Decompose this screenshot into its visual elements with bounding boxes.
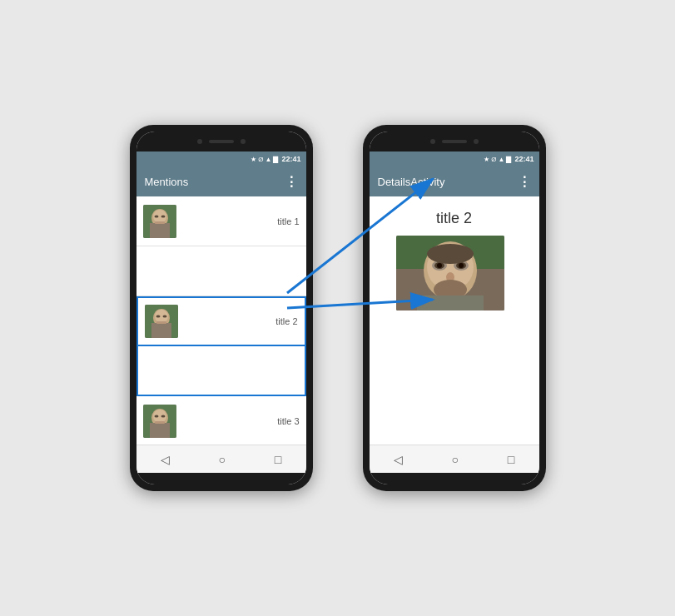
empty-space-1	[136, 246, 306, 296]
signal-icon: Ø	[258, 156, 263, 163]
svg-point-4	[154, 215, 158, 217]
wifi-icon: ▲	[266, 156, 272, 163]
item-title-2: title 2	[275, 316, 297, 326]
phone-mentions: ★ Ø ▲ ▇ 22:41 Mentions ⋮	[130, 125, 313, 491]
detail-image	[396, 236, 504, 310]
svg-point-30	[437, 263, 442, 268]
back-button-1[interactable]: ◁	[161, 453, 170, 466]
status-bar-2: ★ Ø ▲ ▇ 22:41	[370, 152, 539, 166]
bluetooth-icon-2: ★	[484, 156, 489, 163]
svg-point-31	[459, 263, 464, 268]
selected-empty-space	[136, 346, 306, 396]
speaker-2	[442, 140, 467, 143]
thumbnail-3	[143, 405, 176, 438]
bottom-nav-2: ◁ ○ □	[370, 445, 539, 473]
speaker	[209, 140, 234, 143]
thumbnail-1	[143, 205, 176, 238]
list-item-3[interactable]: title 3	[136, 396, 306, 445]
recent-button-2[interactable]: □	[508, 453, 514, 466]
wifi-icon-2: ▲	[499, 156, 505, 163]
arrows-overlay	[0, 0, 675, 616]
recent-button-1[interactable]: □	[275, 453, 281, 466]
svg-point-5	[161, 215, 165, 217]
status-bar-1: ★ Ø ▲ ▇ 22:41	[136, 152, 306, 166]
thumbnail-2	[145, 305, 178, 338]
menu-icon-2[interactable]: ⋮	[518, 174, 531, 190]
scene: ★ Ø ▲ ▇ 22:41 Mentions ⋮	[0, 0, 675, 616]
list-content: title 1	[136, 196, 306, 445]
status-time-1: 22:41	[281, 155, 300, 163]
signal-icon-2: Ø	[491, 156, 496, 163]
camera-dot-2	[241, 139, 246, 144]
detail-title: title 2	[380, 210, 529, 227]
svg-rect-20	[155, 421, 165, 424]
phone-details: ★ Ø ▲ ▇ 22:41 DetailsActivity ⋮ title 2	[363, 125, 546, 491]
camera-dot	[197, 139, 202, 144]
status-time-2: 22:41	[514, 155, 534, 163]
phone-bottom-bar-2	[370, 473, 539, 484]
app-title-2: DetailsActivity	[378, 176, 445, 188]
status-icons-2: ★ Ø ▲ ▇ 22:41	[484, 155, 534, 163]
app-title-1: Mentions	[145, 176, 189, 188]
item-title-3: title 3	[277, 416, 299, 426]
svg-rect-10	[151, 323, 171, 338]
list-item-2[interactable]: title 2	[136, 296, 306, 346]
svg-point-12	[162, 315, 166, 318]
home-button-2[interactable]: ○	[452, 453, 459, 466]
svg-point-18	[154, 415, 158, 417]
svg-rect-3	[150, 223, 170, 238]
svg-rect-6	[155, 221, 165, 224]
status-icons-1: ★ Ø ▲ ▇ 22:41	[251, 155, 300, 163]
phone-top-bar	[136, 132, 306, 152]
bluetooth-icon: ★	[251, 156, 256, 163]
svg-rect-13	[156, 321, 166, 324]
home-button-1[interactable]: ○	[219, 453, 226, 466]
svg-point-36	[427, 244, 474, 264]
phone-top-bar-2	[370, 132, 539, 152]
details-content: title 2	[370, 196, 539, 445]
svg-rect-17	[150, 423, 170, 438]
svg-rect-35	[417, 296, 484, 310]
camera-dot-3	[430, 139, 435, 144]
battery-icon-2: ▇	[506, 156, 511, 163]
svg-point-11	[156, 315, 160, 318]
app-bar-2: DetailsActivity ⋮	[370, 166, 539, 196]
bottom-nav-1: ◁ ○ □	[136, 445, 306, 473]
svg-point-19	[161, 415, 165, 417]
app-bar-1: Mentions ⋮	[136, 166, 306, 196]
menu-icon-1[interactable]: ⋮	[285, 174, 298, 190]
battery-icon: ▇	[273, 156, 278, 163]
list-item-1[interactable]: title 1	[136, 196, 306, 246]
item-title-1: title 1	[277, 216, 299, 226]
camera-dot-4	[474, 139, 479, 144]
phone-bottom-bar-1	[136, 473, 306, 484]
back-button-2[interactable]: ◁	[394, 453, 403, 466]
